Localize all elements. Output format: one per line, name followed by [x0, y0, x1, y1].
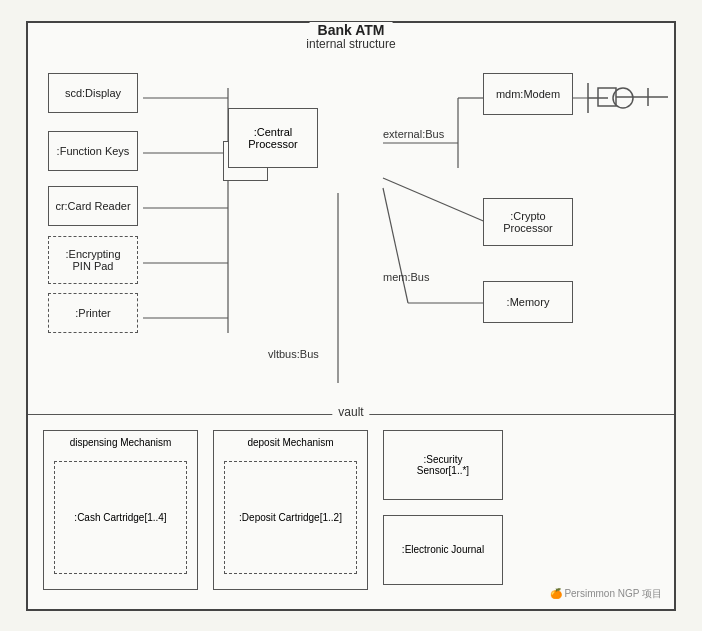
svg-line-10	[383, 178, 488, 223]
dispensing-mechanism-label: dispensing Mechanism	[44, 437, 197, 448]
internal-structure-label: internal structure	[306, 37, 395, 51]
vault-label: vault	[332, 405, 369, 419]
memory-box: :Memory	[483, 281, 573, 323]
cash-cartridge-box: :Cash Cartridge[1..4]	[54, 461, 187, 574]
crypto-processor-label: :CryptoProcessor	[503, 210, 553, 234]
vltbus-label: vltbus:Bus	[268, 348, 319, 360]
printer-box: :Printer	[48, 293, 138, 333]
memory-label: :Memory	[507, 296, 550, 308]
mem-bus-label: mem:Bus	[383, 271, 429, 283]
card-reader-box: cr:Card Reader	[48, 186, 138, 226]
encrypting-pin-box: :EncryptingPIN Pad	[48, 236, 138, 284]
electronic-journal-box: :Electronic Journal	[383, 515, 503, 585]
printer-label: :Printer	[75, 307, 110, 319]
vault-section: vault dispensing Mechanism :Cash Cartrid…	[28, 414, 674, 609]
svg-line-11	[383, 188, 408, 303]
watermark: 🍊 Persimmon NGP 项目	[550, 587, 662, 601]
deposit-cartridge-label: :Deposit Cartridge[1..2]	[239, 512, 342, 523]
scd-display-label: scd:Display	[65, 87, 121, 99]
card-reader-label: cr:Card Reader	[55, 200, 130, 212]
encrypting-pin-label: :EncryptingPIN Pad	[65, 248, 120, 272]
diagram-outer: Bank ATM internal structure	[26, 21, 676, 611]
deposit-mechanism-box: deposit Mechanism :Deposit Cartridge[1..…	[213, 430, 368, 590]
page-container: Bank ATM internal structure	[0, 0, 702, 631]
svg-point-17	[613, 88, 633, 108]
deposit-cartridge-box: :Deposit Cartridge[1..2]	[224, 461, 357, 574]
central-processor-box: :CentralProcessor	[228, 108, 318, 168]
security-sensor-box: :SecuritySensor[1..*]	[383, 430, 503, 500]
external-bus-label: external:Bus	[383, 128, 444, 140]
function-keys-box: :Function Keys	[48, 131, 138, 171]
scd-display-box: scd:Display	[48, 73, 138, 113]
crypto-processor-box: :CryptoProcessor	[483, 198, 573, 246]
diagram-title: Bank ATM	[310, 22, 393, 38]
modem-label: mdm:Modem	[496, 88, 560, 100]
dispensing-mechanism-box: dispensing Mechanism :Cash Cartridge[1..…	[43, 430, 198, 590]
deposit-mechanism-label: deposit Mechanism	[214, 437, 367, 448]
function-keys-label: :Function Keys	[57, 145, 130, 157]
security-sensor-label: :SecuritySensor[1..*]	[417, 454, 469, 476]
central-processor-label: :CentralProcessor	[248, 126, 298, 150]
cash-cartridge-label: :Cash Cartridge[1..4]	[74, 512, 166, 523]
electronic-journal-label: :Electronic Journal	[402, 544, 484, 555]
svg-rect-18	[598, 88, 616, 106]
modem-box: mdm:Modem	[483, 73, 573, 115]
